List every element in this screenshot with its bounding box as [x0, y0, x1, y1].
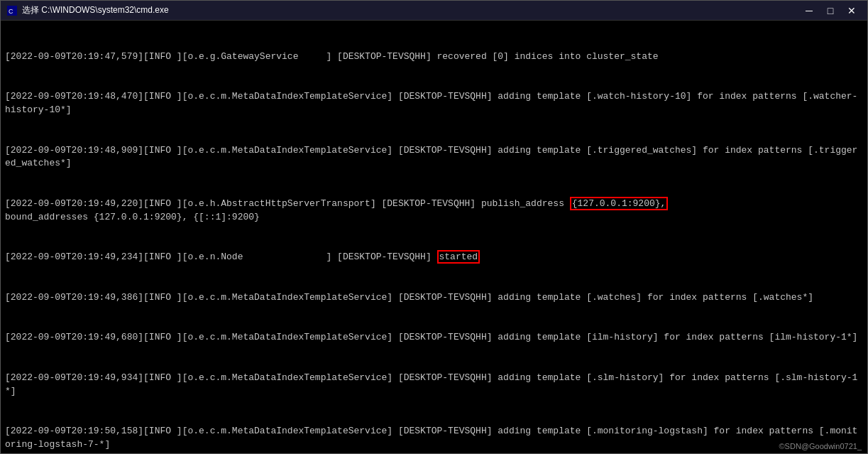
red-box-started: started	[437, 250, 480, 264]
title-bar-left: C 选择 C:\WINDOWS\system32\cmd.exe	[6, 4, 169, 16]
minimize-button[interactable]: ─	[799, 4, 819, 18]
log-line-4: [2022-09-09T20:19:49,220][INFO ][o.e.h.A…	[5, 198, 863, 225]
log-line-7: [2022-09-09T20:19:49,680][INFO ][o.e.c.m…	[5, 331, 863, 345]
log-line-9: [2022-09-09T20:19:50,158][INFO ][o.e.c.m…	[5, 425, 863, 452]
maximize-button[interactable]: □	[820, 4, 840, 18]
log-line-1: [2022-09-09T20:19:47,579][INFO ][o.e.g.G…	[5, 50, 863, 64]
title-bar: C 选择 C:\WINDOWS\system32\cmd.exe ─ □ ✕	[1, 1, 867, 21]
log-line-5: [2022-09-09T20:19:49,234][INFO ][o.e.n.N…	[5, 251, 863, 264]
log-line-2: [2022-09-09T20:19:48,470][INFO ][o.e.c.m…	[5, 90, 863, 117]
window-controls: ─ □ ✕	[799, 4, 862, 18]
log-line-8: [2022-09-09T20:19:49,934][INFO ][o.e.c.m…	[5, 372, 863, 399]
svg-text:C: C	[9, 8, 13, 15]
close-button[interactable]: ✕	[842, 4, 862, 18]
console-area[interactable]: [2022-09-09T20:19:47,579][INFO ][o.e.g.G…	[1, 21, 867, 453]
log-line-3: [2022-09-09T20:19:48,909][INFO ][o.e.c.m…	[5, 144, 863, 171]
watermark: ©SDN@Goodwin0721_	[779, 442, 862, 450]
cmd-window: C 选择 C:\WINDOWS\system32\cmd.exe ─ □ ✕ […	[0, 0, 868, 454]
cmd-icon: C	[6, 5, 18, 16]
console-output: [2022-09-09T20:19:47,579][INFO ][o.e.g.G…	[5, 23, 863, 453]
log-line-6: [2022-09-09T20:19:49,386][INFO ][o.e.c.m…	[5, 291, 863, 305]
window-title: 选择 C:\WINDOWS\system32\cmd.exe	[22, 4, 169, 16]
red-box-ip: {127.0.0.1:9200},	[570, 197, 669, 210]
